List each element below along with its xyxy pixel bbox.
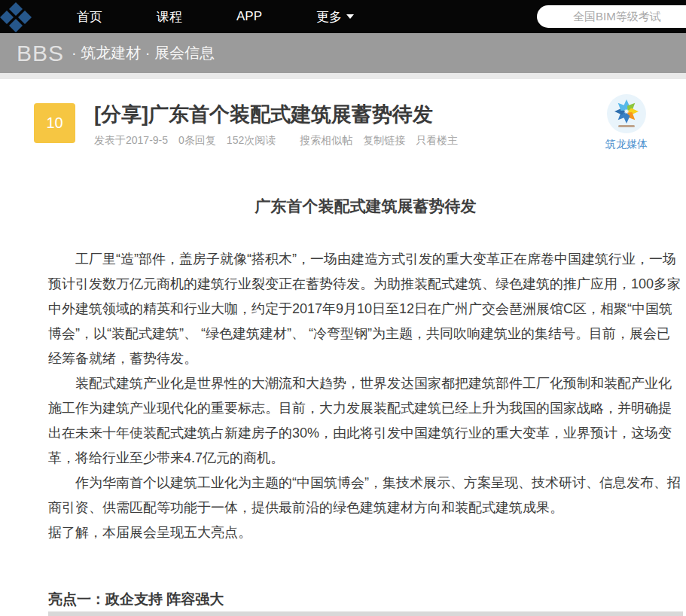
nav-item-more[interactable]: 更多 bbox=[316, 8, 354, 26]
highlight-heading: 亮点一：政企支持 阵容强大 bbox=[48, 589, 683, 609]
author-name[interactable]: 筑龙媒体 bbox=[596, 138, 657, 151]
nav-menu: 首页 课程 APP 更多 bbox=[77, 8, 408, 26]
reply-count-badge: 10 bbox=[34, 103, 75, 143]
nav-item-courses[interactable]: 课程 bbox=[157, 8, 182, 26]
caret-down-icon bbox=[346, 14, 354, 19]
article-paragraph: 工厂里“造”部件，盖房子就像“搭积木”，一场由建造方式引发的重大变革正在席卷中国… bbox=[48, 247, 683, 371]
nav-item-courses-label: 课程 bbox=[157, 8, 182, 26]
breadcrumb-path[interactable]: · 筑龙建材 · 展会信息 bbox=[72, 43, 215, 63]
nav-search-text: 全国BIM等级考试 bbox=[573, 10, 661, 24]
post-view-count: 152次阅读 bbox=[227, 134, 276, 148]
post-title: [分享]广东首个装配式建筑展蓄势待发 bbox=[94, 102, 652, 127]
article-heading: 广东首个装配式建筑展蓄势待发 bbox=[48, 196, 683, 217]
banner-divider bbox=[0, 73, 686, 79]
author-card: 筑龙媒体 bbox=[596, 94, 657, 151]
top-nav-bar: 首页 课程 APP 更多 全国BIM等级考试 bbox=[0, 0, 686, 33]
article-paragraph: 装配式建筑产业化是世界性的大潮流和大趋势，世界发达国家都把建筑部件工厂化预制和装… bbox=[48, 371, 683, 471]
nav-item-app[interactable]: APP bbox=[236, 8, 262, 26]
nav-item-home-label: 首页 bbox=[77, 8, 102, 26]
post-main: [分享]广东首个装配式建筑展蓄势待发 发表于2017-9-5 0条回复 152次… bbox=[94, 102, 652, 148]
post-header: 10 [分享]广东首个装配式建筑展蓄势待发 发表于2017-9-5 0条回复 1… bbox=[34, 102, 652, 148]
post-meta: 发表于2017-9-5 0条回复 152次阅读 搜索相似帖 复制链接 只看楼主 bbox=[94, 134, 652, 148]
nav-item-app-label: APP bbox=[236, 9, 262, 24]
search-similar-link[interactable]: 搜索相似帖 bbox=[300, 134, 352, 148]
article-body: 广东首个装配式建筑展蓄势待发 工厂里“造”部件，盖房子就像“搭积木”，一场由建造… bbox=[48, 196, 683, 616]
post-date: 发表于2017-9-5 bbox=[94, 134, 168, 148]
article-closing-line: 据了解，本届展会呈现五大亮点。 bbox=[48, 520, 683, 545]
post-reply-count: 0条回复 bbox=[178, 134, 216, 148]
image-top-edge bbox=[48, 611, 683, 616]
only-op-link[interactable]: 只看楼主 bbox=[416, 134, 458, 148]
author-avatar[interactable] bbox=[607, 94, 646, 133]
site-logo-icon[interactable] bbox=[0, 0, 42, 33]
breadcrumb-site[interactable]: BBS bbox=[17, 41, 64, 66]
copy-link-button[interactable]: 复制链接 bbox=[363, 134, 405, 148]
breadcrumb-banner: BBS · 筑龙建材 · 展会信息 bbox=[0, 33, 686, 73]
reply-count-value: 10 bbox=[46, 114, 63, 132]
nav-item-home[interactable]: 首页 bbox=[77, 8, 102, 26]
article-paragraph: 作为华南首个以建筑工业化为主题的“中国筑博会”，集技术展示、方案呈现、技术研讨、… bbox=[48, 471, 683, 520]
nav-item-more-label: 更多 bbox=[316, 8, 342, 26]
nav-search-box[interactable]: 全国BIM等级考试 bbox=[537, 5, 686, 28]
